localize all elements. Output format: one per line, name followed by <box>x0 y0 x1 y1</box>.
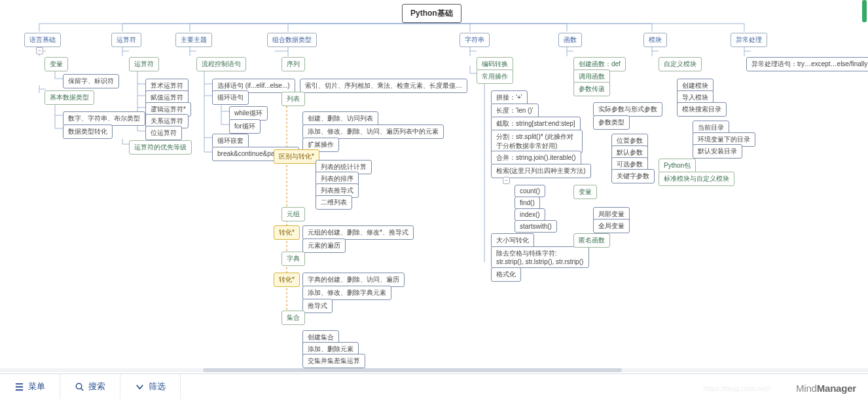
connector-lines <box>0 0 868 373</box>
node-set-ops[interactable]: 交集并集差集运算 <box>302 354 365 368</box>
node-str-concat[interactable]: 拼接：'+' <box>491 90 528 105</box>
node-index[interactable]: index() <box>515 208 545 221</box>
node-str-search[interactable]: 检索(这里只列出四种主要方法) <box>491 164 591 178</box>
node-number-str-bool[interactable]: 数字、字符串、布尔类型 <box>63 111 145 126</box>
node-operators[interactable]: 运算符 <box>129 57 159 71</box>
node-bit-op[interactable]: 位运算符 <box>145 126 182 140</box>
mindmap-canvas[interactable]: Python基础 语言基础 − 变量 保留字、标识符 基本数据类型 数字、字符串… <box>0 0 868 373</box>
bottom-toolbar: 菜单 搜索 筛选 https://blog.csdn.net/ MindMana… <box>0 373 868 399</box>
node-conv1[interactable]: 转化* <box>274 225 300 240</box>
node-startswith[interactable]: startswith() <box>515 220 557 233</box>
node-list[interactable]: 列表 <box>281 92 305 106</box>
node-set[interactable]: 集合 <box>281 311 305 325</box>
node-python-pkg[interactable]: Python包 <box>659 159 696 173</box>
scrollbar-thumb[interactable] <box>203 368 622 372</box>
node-diff-conv[interactable]: 区别与转化* <box>274 149 319 164</box>
branch-operators[interactable]: 运算符 <box>111 33 141 47</box>
node-global-var[interactable]: 全局变量 <box>593 219 630 233</box>
menu-icon <box>14 382 24 392</box>
root-label: Python基础 <box>410 8 453 19</box>
node-str-slice[interactable]: 截取：string[start:end:step] <box>491 117 581 131</box>
expand-marker[interactable]: − <box>503 177 510 184</box>
branch-language-basics[interactable]: 语言基础 <box>24 33 61 47</box>
search-icon <box>75 382 84 392</box>
expand-marker[interactable]: − <box>36 47 43 54</box>
node-str-split[interactable]: 分割：str.split()* (此操作对于分析数据非常好用) <box>491 130 583 153</box>
node-str-ops[interactable]: 常用操作 <box>477 69 513 84</box>
node-flow-control[interactable]: 流程控制语句 <box>196 57 246 71</box>
node-func-var[interactable]: 变量 <box>573 185 597 199</box>
node-for[interactable]: for循环 <box>229 119 261 134</box>
node-dict-crud[interactable]: 字典的创建、删除、访问、遍历 <box>302 273 405 287</box>
filter-button[interactable]: 筛选 <box>120 374 181 399</box>
node-tuple-iter[interactable]: 元素的遍历 <box>302 238 346 253</box>
node-kw-param[interactable]: 关键字参数 <box>611 169 655 183</box>
node-identifier[interactable]: 保留字、标识符 <box>63 74 119 88</box>
node-count[interactable]: count() <box>515 185 545 197</box>
node-list-elem[interactable]: 添加、修改、删除、访问、遍历列表中的元素 <box>302 124 444 139</box>
root-node[interactable]: Python基础 <box>402 4 461 23</box>
node-default-dir[interactable]: 默认安装目录 <box>693 144 742 159</box>
node-params[interactable]: 参数传递 <box>573 82 610 96</box>
node-case[interactable]: 大小写转化 <box>491 233 534 248</box>
chevron-down-icon <box>135 382 145 392</box>
branch-compound-types[interactable]: 组合数据类型 <box>267 33 317 47</box>
node-list-crud[interactable]: 创建、删除、访问列表 <box>302 111 378 126</box>
node-op-priority[interactable]: 运算符的优先等级 <box>129 140 192 155</box>
node-while[interactable]: while循环 <box>229 106 268 121</box>
node-2d-list[interactable]: 二维列表 <box>316 195 352 210</box>
node-try-except[interactable]: 异常处理语句：try…except…else/finally <box>746 57 868 71</box>
node-dict[interactable]: 字典 <box>281 252 305 266</box>
node-conv2[interactable]: 转化* <box>274 273 300 287</box>
node-sequence-desc[interactable]: 索引、切片、序列相加、乘法、检查元素、长度最值… <box>300 79 467 93</box>
horizontal-scrollbar[interactable] <box>0 368 868 372</box>
branch-module[interactable]: 模块 <box>643 33 667 47</box>
brand-watermark: MindManager <box>796 383 856 394</box>
node-dict-comp[interactable]: 推导式 <box>302 299 333 313</box>
node-std-custom[interactable]: 标准模块与自定义模块 <box>659 172 734 186</box>
node-loop[interactable]: 循环语句 <box>212 90 249 105</box>
vertical-scroll-indicator[interactable] <box>862 0 867 22</box>
branch-exception[interactable]: 异常处理 <box>731 33 767 47</box>
node-loop-nest[interactable]: 循环嵌套 <box>212 134 249 148</box>
node-sequence[interactable]: 序列 <box>281 57 305 71</box>
node-str-len[interactable]: 长度：'len ()' <box>491 104 539 118</box>
branch-main-topic[interactable]: 主要主题 <box>175 33 212 47</box>
node-format[interactable]: 格式化 <box>491 267 521 282</box>
node-str-join[interactable]: 合并：string.join().iterable() <box>491 151 581 165</box>
node-basic-types[interactable]: 基本数据类型 <box>45 90 94 105</box>
node-type-conversion[interactable]: 数据类型转化 <box>63 124 113 139</box>
node-tuple-crud[interactable]: 元组的创建、删除、修改*、推导式 <box>302 225 414 240</box>
node-find[interactable]: find() <box>515 197 540 209</box>
search-button[interactable]: 搜索 <box>60 374 120 399</box>
menu-button[interactable]: 菜单 <box>0 374 60 399</box>
branch-string[interactable]: 字符串 <box>460 33 490 47</box>
node-dict-elem[interactable]: 添加、修改、删除字典元素 <box>302 286 391 300</box>
svg-point-0 <box>76 383 81 389</box>
node-strip[interactable]: 除去空格与特殊字符: str.strip(), str.lstrip(), st… <box>491 246 589 268</box>
node-param-types[interactable]: 参数类型 <box>593 115 630 130</box>
node-variable[interactable]: 变量 <box>45 57 68 71</box>
node-custom-module[interactable]: 自定义模块 <box>659 57 702 71</box>
node-actual-formal[interactable]: 实际参数与形式参数 <box>593 102 662 117</box>
branch-function[interactable]: 函数 <box>558 33 582 47</box>
node-lambda[interactable]: 匿名函数 <box>573 233 610 248</box>
node-search-path[interactable]: 模块搜索目录 <box>677 102 727 117</box>
node-tuple[interactable]: 元组 <box>281 207 305 221</box>
watermark-url: https://blog.csdn.net/ <box>703 385 770 392</box>
